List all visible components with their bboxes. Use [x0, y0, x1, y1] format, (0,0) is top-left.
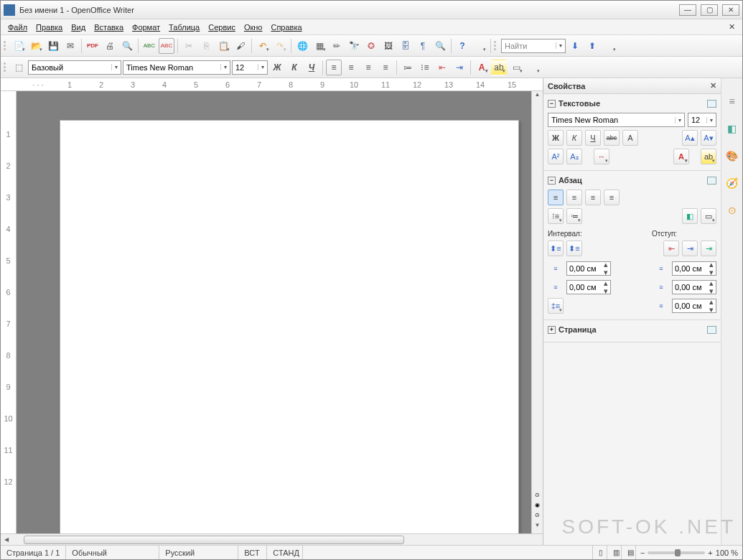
status-insert[interactable]: ВСТ [238, 546, 267, 559]
view-multi-icon[interactable]: ▥ [607, 546, 622, 559]
italic-button[interactable]: К [286, 60, 302, 75]
maximize-button[interactable]: ▢ [701, 4, 718, 16]
sb-indent-left[interactable]: 0,00 см▴▾ [672, 261, 716, 276]
sb-highlight-button[interactable]: ab▾ [701, 149, 716, 164]
horizontal-ruler[interactable]: · · · 12 34 56 78 910 1112 1314 15 [1, 78, 543, 91]
paste-button[interactable]: 📋▾ [215, 38, 231, 54]
sb-numbering[interactable]: ≔▾ [566, 208, 582, 224]
sb-firstline-indent[interactable]: 0,00 см▴▾ [672, 299, 716, 313]
cut-button[interactable]: ✂ [181, 38, 197, 54]
zoom-slider[interactable] [648, 551, 705, 554]
para-more-icon[interactable] [707, 177, 716, 185]
status-language[interactable]: Русский [159, 546, 238, 559]
print-button[interactable]: 🖨 [102, 38, 118, 54]
tab-properties-icon[interactable]: ≡ [724, 93, 741, 110]
status-selection[interactable]: СТАНД [267, 546, 303, 559]
datasource-button[interactable]: 🗄 [398, 38, 413, 54]
find-prev-button[interactable]: ⬆ [584, 38, 600, 54]
menu-tools[interactable]: Сервис [204, 22, 240, 33]
page-more-icon[interactable] [707, 326, 716, 334]
fmt-more[interactable]: ▾ [525, 60, 541, 75]
sb-italic-button[interactable]: К [566, 130, 582, 146]
sb-space-dec[interactable]: ⬍≡ [566, 241, 582, 256]
sb-shadow-button[interactable]: A [622, 130, 638, 146]
menu-window[interactable]: Окно [240, 22, 267, 33]
sb-size-combo[interactable]: 12▾ [688, 113, 716, 127]
sb-linespacing[interactable]: ‡≡▾ [548, 298, 564, 314]
sb-bgcolor[interactable]: ◧ [682, 208, 698, 224]
size-combo[interactable]: 12▾ [232, 60, 268, 75]
email-button[interactable]: ✉ [62, 38, 78, 54]
undo-button[interactable]: ↶▾ [255, 38, 271, 54]
menu-format[interactable]: Формат [128, 22, 164, 33]
indent-inc-button[interactable]: ⇥ [452, 60, 467, 75]
document-page[interactable] [60, 120, 519, 533]
sb-spacing-button[interactable]: ↔▾ [594, 149, 609, 164]
view-book-icon[interactable]: ▤ [622, 546, 636, 559]
close-doc-button[interactable]: ✕ [724, 21, 739, 33]
find-input[interactable]: Найти▾ [501, 39, 566, 53]
align-left-button[interactable]: ≡ [326, 60, 342, 75]
scroll-up-button[interactable]: ▲ [532, 91, 543, 103]
style-combo[interactable]: Базовый▾ [28, 60, 121, 75]
bgcolor-button[interactable]: ▭▾ [508, 60, 524, 75]
indent-dec-button[interactable]: ⇤ [434, 60, 450, 75]
sb-hanging[interactable]: ⇥ [701, 241, 716, 256]
bullets-button[interactable]: ⁝≡ [417, 60, 433, 75]
sb-super-button[interactable]: A² [548, 149, 564, 164]
find-handle[interactable] [494, 38, 498, 54]
para-section-toggle[interactable]: − [548, 177, 556, 185]
styles-button[interactable]: ⬚ [11, 60, 27, 75]
sb-align-justify[interactable]: ≡ [604, 190, 620, 205]
menu-table[interactable]: Таблица [164, 22, 204, 33]
draw-button[interactable]: ✏ [329, 38, 345, 54]
save-button[interactable]: 💾 [45, 38, 61, 54]
preview-button[interactable]: 🔍 [119, 38, 135, 54]
nonprint-button[interactable]: ¶ [415, 38, 431, 54]
toolbar-more[interactable]: ▾ [472, 38, 487, 54]
sb-space-below[interactable]: 0,00 см▴▾ [566, 280, 611, 294]
font-color-button[interactable]: A▾ [474, 60, 490, 75]
section-more-icon[interactable] [707, 100, 716, 108]
navigator-button[interactable]: ✪ [363, 38, 379, 54]
table-button[interactable]: ▦▾ [312, 38, 327, 54]
highlight-button[interactable]: ab▾ [491, 60, 507, 75]
sb-border[interactable]: ▭▾ [701, 208, 716, 224]
redo-button[interactable]: ↷▾ [272, 38, 288, 54]
find-button[interactable]: 🔭 [346, 38, 362, 54]
minimize-button[interactable]: — [679, 4, 696, 16]
bold-button[interactable]: Ж [269, 60, 285, 75]
numbering-button[interactable]: ≔ [400, 60, 416, 75]
tab-styles-icon[interactable]: ◧ [724, 120, 741, 137]
scroll-down-button[interactable]: ▼ [532, 522, 543, 533]
nav-prev-button[interactable]: ⊙ [532, 492, 543, 502]
spellcheck-button[interactable]: ABC [141, 38, 157, 54]
sb-align-left[interactable]: ≡ [548, 190, 564, 205]
hyperlink-button[interactable]: 🌐 [294, 38, 310, 54]
menu-help[interactable]: Справка [266, 22, 306, 33]
status-style[interactable]: Обычный [66, 546, 159, 559]
align-center-button[interactable]: ≡ [343, 60, 359, 75]
underline-button[interactable]: Ч [304, 60, 319, 75]
sb-indent-dec[interactable]: ⇤ [663, 241, 679, 256]
autospell-button[interactable]: ABC [159, 38, 174, 54]
align-justify-button[interactable]: ≡ [378, 60, 393, 75]
menu-file[interactable]: Файл [4, 22, 32, 33]
find-more[interactable]: ▾ [602, 38, 617, 54]
sb-space-above[interactable]: 0,00 см▴▾ [566, 261, 611, 276]
sb-sub-button[interactable]: A₂ [566, 149, 582, 164]
sb-bold-button[interactable]: Ж [548, 130, 564, 146]
sb-indent-right[interactable]: 0,00 см▴▾ [672, 280, 716, 294]
panel-close-button[interactable]: ✕ [710, 81, 716, 90]
new-doc-button[interactable]: 📄▾ [11, 38, 27, 54]
sb-fontcolor-button[interactable]: A▾ [673, 149, 689, 164]
sb-font-combo[interactable]: Times New Roman▾ [548, 113, 685, 127]
font-combo[interactable]: Times New Roman▾ [123, 60, 230, 75]
menu-view[interactable]: Вид [67, 22, 90, 33]
tab-gallery-icon[interactable]: 🎨 [724, 147, 741, 164]
view-single-icon[interactable]: ▯ [593, 546, 607, 559]
nav-next-button[interactable]: ⊙ [532, 512, 543, 522]
sb-underline-button[interactable]: Ч [585, 130, 601, 146]
zoom-button[interactable]: 🔍 [432, 38, 448, 54]
sb-align-center[interactable]: ≡ [566, 190, 582, 205]
